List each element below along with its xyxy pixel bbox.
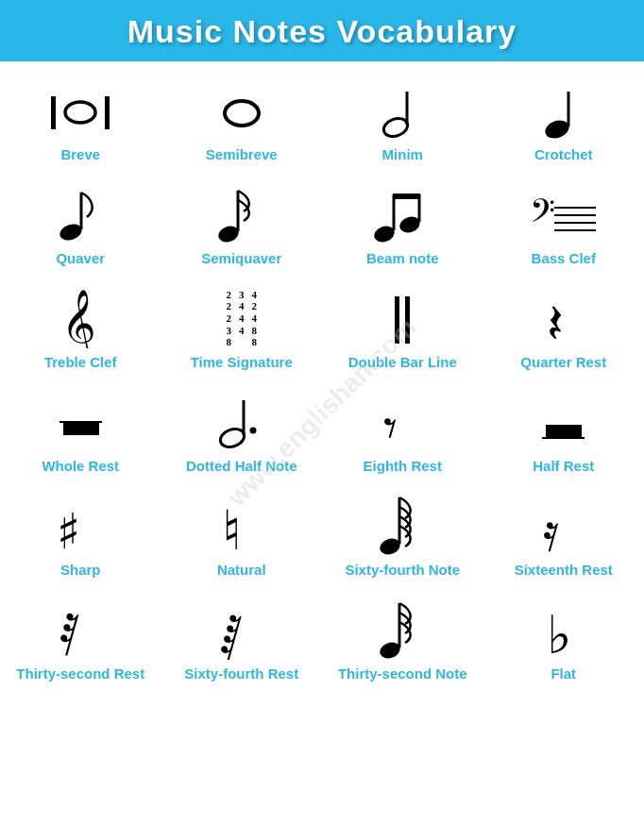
svg-rect-0 [51, 96, 56, 129]
list-item: Crotchet [483, 65, 645, 169]
list-item: ♯ Sharp [0, 480, 161, 584]
sixteenth-rest-label: Sixteenth Rest [515, 562, 613, 579]
whole-rest-label: Whole Rest [42, 458, 119, 475]
quaver-label: Quaver [56, 250, 105, 267]
svg-text:♮: ♮ [222, 500, 242, 556]
list-item: 𝄞 Treble Clef [0, 273, 161, 377]
half-rest-symbol [533, 396, 594, 452]
list-item: Beam note [322, 169, 483, 273]
svg-text:𝅀: 𝅀 [60, 613, 79, 656]
svg-text:𝄿: 𝄿 [544, 522, 559, 552]
sharp-label: Sharp [60, 562, 101, 579]
minim-symbol [379, 84, 426, 141]
time-sig-label: Time Signature [191, 354, 293, 371]
svg-rect-32 [546, 425, 582, 438]
list-item: Dotted Half Note [161, 377, 323, 480]
svg-text:𝄾: 𝄾 [384, 418, 397, 438]
dotted-half-label: Dotted Half Note [186, 458, 297, 475]
svg-point-3 [73, 108, 88, 117]
crotchet-label: Crotchet [534, 146, 593, 163]
half-rest-label: Half Rest [533, 458, 594, 475]
svg-text:♯: ♯ [57, 505, 80, 556]
svg-text:𝄽: 𝄽 [550, 306, 562, 340]
sharp-symbol: ♯ [55, 497, 107, 556]
list-item: Semiquaver [161, 169, 323, 273]
quarter-rest-label: Quarter Rest [520, 354, 606, 371]
symbols-grid: Breve Semibreve Minim Crotchet [0, 61, 644, 692]
list-item: ♮ Natural [161, 480, 323, 584]
natural-label: Natural [217, 562, 266, 579]
svg-text:𝅁: 𝅁 [221, 615, 242, 660]
svg-text:♭: ♭ [547, 606, 571, 660]
list-item: 𝄽 Quarter Rest [483, 273, 645, 377]
treble-clef-label: Treble Clef [44, 354, 117, 371]
beam-note-label: Beam note [366, 250, 439, 267]
list-item: Sixty-fourth Note [322, 480, 483, 584]
sixteenth-rest-symbol: 𝄿 [542, 497, 585, 556]
semibreve-symbol [213, 84, 270, 141]
page-header: Music Notes Vocabulary [0, 0, 644, 61]
svg-rect-27 [63, 422, 99, 435]
page-title: Music Notes Vocabulary [9, 13, 635, 50]
list-item: Semibreve [161, 65, 323, 169]
flat-symbol: ♭ [542, 598, 585, 660]
list-item: Breve [0, 65, 161, 169]
semibreve-label: Semibreve [206, 146, 278, 163]
bass-clef-symbol: 𝄢 [528, 188, 599, 244]
svg-rect-18 [393, 194, 420, 199]
list-item: Thirty-second Note [322, 584, 483, 688]
quaver-symbol [57, 183, 104, 244]
whole-rest-symbol [50, 396, 111, 452]
quarter-rest-symbol: 𝄽 [545, 290, 583, 348]
dotted-half-symbol [215, 391, 267, 452]
sixty-fourth-note-label: Sixty-fourth Note [345, 562, 460, 579]
thirty-second-note-label: Thirty-second Note [338, 665, 467, 682]
eighth-rest-label: Eighth Rest [364, 458, 442, 475]
time-sig-symbol: 22 2 3 8 34 4 4 42 4 8 8 [227, 289, 258, 348]
breve-symbol [47, 84, 113, 141]
svg-text:𝄞: 𝄞 [61, 290, 96, 348]
list-item: Double Bar Line [322, 273, 483, 377]
beam-note-symbol [372, 183, 433, 244]
thirty-second-note-symbol [377, 596, 429, 660]
thirty-second-rest-symbol: 𝅀 [59, 596, 102, 660]
thirty-second-rest-label: Thirty-second Rest [16, 665, 144, 682]
natural-symbol: ♮ [220, 495, 263, 556]
semiquaver-label: Semiquaver [201, 250, 281, 267]
svg-point-5 [233, 108, 250, 119]
double-bar-label: Double Bar Line [348, 354, 457, 371]
list-item: ♭ Flat [483, 584, 645, 688]
breve-label: Breve [60, 146, 100, 163]
list-item: Quaver [0, 169, 161, 273]
list-item: Whole Rest [0, 377, 161, 480]
list-item: 𝄢 Bass Clef [483, 169, 645, 273]
svg-text:𝄢: 𝄢 [530, 194, 555, 237]
list-item: 𝅀 Thirty-second Rest [0, 584, 161, 688]
sixty-fourth-rest-symbol: 𝅁 [220, 596, 263, 660]
list-item: 22 2 3 8 34 4 4 42 4 8 8 Ti [161, 273, 323, 377]
treble-clef-symbol: 𝄞 [57, 284, 104, 348]
list-item: 𝅁 Sixty-fourth Rest [161, 584, 323, 688]
list-item: Minim [322, 65, 483, 169]
double-bar-symbol [395, 292, 410, 348]
bass-clef-label: Bass Clef [532, 250, 596, 267]
list-item: 𝄾 Eighth Rest [322, 377, 483, 480]
sixty-fourth-rest-label: Sixty-fourth Rest [184, 665, 298, 682]
sixty-fourth-note-symbol [377, 492, 429, 556]
list-item: Half Rest [483, 377, 645, 480]
eighth-rest-symbol: 𝄾 [381, 394, 424, 452]
svg-point-30 [250, 428, 257, 434]
svg-rect-1 [105, 96, 110, 129]
flat-label: Flat [551, 665, 576, 682]
list-item: 𝄿 Sixteenth Rest [483, 480, 645, 584]
crotchet-symbol [540, 84, 587, 141]
minim-label: Minim [382, 146, 423, 163]
semiquaver-symbol [215, 183, 267, 244]
